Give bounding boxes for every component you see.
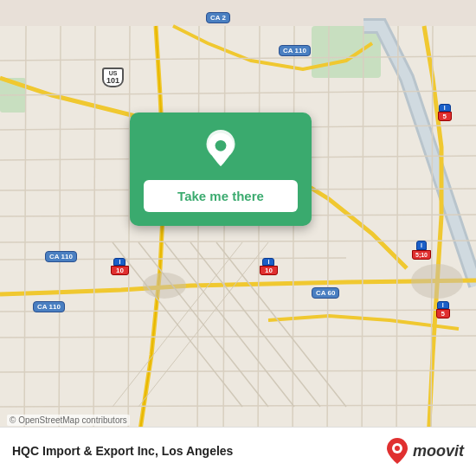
moovit-text: moovit — [413, 442, 464, 460]
take-me-there-button[interactable]: Take me there — [144, 180, 298, 212]
location-info: HQC Import & Export Inc, Los Angeles — [12, 444, 233, 458]
i5-bottom-badge: I 5 — [436, 301, 450, 318]
location-name: HQC Import & Export Inc, Los Angeles — [12, 444, 233, 458]
info-bar: HQC Import & Export Inc, Los Angeles moo… — [0, 427, 476, 476]
ca110-top-badge: CA 110 — [279, 45, 311, 56]
location-pin-icon — [202, 130, 240, 168]
attribution-text: © OpenStreetMap contributors — [7, 415, 130, 426]
i10-left-badge: I 10 — [111, 258, 129, 275]
moovit-logo: moovit — [385, 436, 464, 466]
svg-point-39 — [395, 446, 400, 451]
us101-badge: US101 — [102, 68, 124, 87]
map-container: CA 2 US101 CA 110 CA 110 CA 110 I 5 I 5;… — [0, 0, 476, 476]
ca2-badge: CA 2 — [206, 12, 230, 23]
svg-point-34 — [143, 273, 186, 299]
ca110-left-badge: CA 110 — [45, 251, 77, 262]
moovit-pin-icon — [385, 436, 409, 466]
ca60-badge: CA 60 — [312, 287, 339, 299]
svg-point-37 — [215, 140, 227, 151]
i10-right-badge: I 10 — [260, 258, 278, 275]
map-background — [0, 0, 476, 476]
i5-badge: I 5 — [438, 104, 452, 121]
ca110-bottom-badge: CA 110 — [33, 301, 65, 312]
action-card: Take me there — [130, 113, 312, 226]
i5-i10-badge: I 5;10 — [412, 241, 431, 260]
svg-point-35 — [411, 264, 463, 299]
